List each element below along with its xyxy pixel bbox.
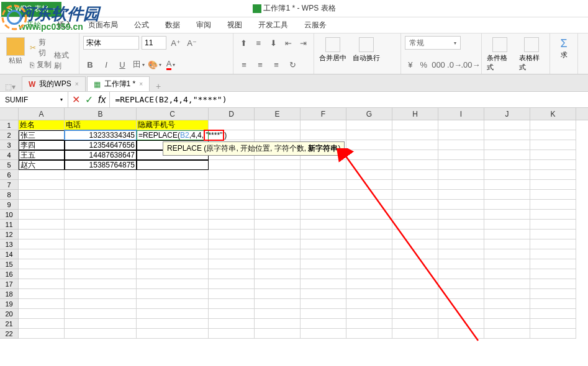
cell-E15[interactable] bbox=[255, 259, 301, 269]
cell-I1[interactable] bbox=[438, 120, 484, 130]
cell-F15[interactable] bbox=[301, 259, 346, 269]
cell-K17[interactable] bbox=[530, 279, 576, 289]
col-header-A[interactable]: A bbox=[19, 108, 65, 120]
formula-input[interactable]: =REPLACE(B2,4,4,"****") bbox=[110, 95, 588, 104]
italic-button[interactable]: I bbox=[99, 58, 113, 71]
col-header-C[interactable]: C bbox=[137, 108, 209, 120]
menu-devtools[interactable]: 开发工具 bbox=[258, 20, 288, 30]
cell-K9[interactable] bbox=[530, 200, 576, 210]
decrease-decimal-button[interactable]: .00→ bbox=[464, 58, 477, 71]
cell-C2-editing[interactable]: =REPLACE(B2,4,4,"****") bbox=[137, 130, 209, 140]
cell-H22[interactable] bbox=[392, 329, 438, 339]
cell-J8[interactable] bbox=[484, 190, 530, 200]
cell-F20[interactable] bbox=[301, 309, 346, 319]
cell-A9[interactable] bbox=[19, 200, 65, 210]
cell-C18[interactable] bbox=[137, 289, 209, 299]
merge-center-button[interactable]: 合并居中 bbox=[318, 36, 348, 64]
cell-I5[interactable] bbox=[438, 160, 484, 170]
cell-A20[interactable] bbox=[19, 309, 65, 319]
cell-G19[interactable] bbox=[346, 299, 392, 309]
cell-B13[interactable] bbox=[65, 239, 137, 249]
row-header-10[interactable]: 10 bbox=[0, 210, 19, 220]
cell-G11[interactable] bbox=[346, 220, 392, 230]
row-header-12[interactable]: 12 bbox=[0, 230, 19, 239]
cell-F7[interactable] bbox=[301, 180, 346, 190]
increase-font-button[interactable]: A⁺ bbox=[169, 36, 183, 50]
cell-E18[interactable] bbox=[255, 289, 301, 299]
cell-B6[interactable] bbox=[65, 170, 137, 180]
cell-J9[interactable] bbox=[484, 200, 530, 210]
cell-D10[interactable] bbox=[209, 210, 255, 220]
cell-J18[interactable] bbox=[484, 289, 530, 299]
cell-C21[interactable] bbox=[137, 319, 209, 329]
cell-G18[interactable] bbox=[346, 289, 392, 299]
cell-I10[interactable] bbox=[438, 210, 484, 220]
close-icon[interactable]: × bbox=[75, 81, 79, 87]
menu-review[interactable]: 审阅 bbox=[196, 20, 211, 30]
cell-B17[interactable] bbox=[65, 279, 137, 289]
row-header-19[interactable]: 19 bbox=[0, 299, 19, 309]
tab-workbook1[interactable]: ▦ 工作簿1 * × bbox=[87, 76, 150, 91]
cell-A17[interactable] bbox=[19, 279, 65, 289]
cell-C8[interactable] bbox=[137, 190, 209, 200]
cell-F13[interactable] bbox=[301, 239, 346, 249]
cell-C22[interactable] bbox=[137, 329, 209, 339]
cell-B2[interactable]: 13233334345 bbox=[65, 130, 137, 140]
cell-D21[interactable] bbox=[209, 319, 255, 329]
menu-insert[interactable]: 插入 bbox=[57, 20, 72, 30]
cell-D11[interactable] bbox=[209, 220, 255, 230]
align-top-button[interactable]: ⬆ bbox=[237, 36, 250, 50]
cell-J4[interactable] bbox=[484, 150, 530, 160]
cell-I13[interactable] bbox=[438, 239, 484, 249]
cell-H16[interactable] bbox=[392, 269, 438, 279]
cell-D9[interactable] bbox=[209, 200, 255, 210]
paste-button[interactable]: 粘贴 bbox=[4, 36, 27, 71]
align-right-button[interactable]: ≡ bbox=[269, 58, 283, 71]
cell-G16[interactable] bbox=[346, 269, 392, 279]
cell-D19[interactable] bbox=[209, 299, 255, 309]
col-header-J[interactable]: J bbox=[484, 108, 530, 120]
cell-I4[interactable] bbox=[438, 150, 484, 160]
cell-A22[interactable] bbox=[19, 329, 65, 339]
cell-D17[interactable] bbox=[209, 279, 255, 289]
cell-H9[interactable] bbox=[392, 200, 438, 210]
cell-A15[interactable] bbox=[19, 259, 65, 269]
cell-F6[interactable] bbox=[301, 170, 346, 180]
cell-J6[interactable] bbox=[484, 170, 530, 180]
cell-F22[interactable] bbox=[301, 329, 346, 339]
cell-J14[interactable] bbox=[484, 249, 530, 259]
cell-A7[interactable] bbox=[19, 180, 65, 190]
cell-H15[interactable] bbox=[392, 259, 438, 269]
cell-H8[interactable] bbox=[392, 190, 438, 200]
cell-D15[interactable] bbox=[209, 259, 255, 269]
cell-K10[interactable] bbox=[530, 210, 576, 220]
cell-H19[interactable] bbox=[392, 299, 438, 309]
percent-button[interactable]: % bbox=[418, 58, 430, 71]
border-button[interactable]: 田▾ bbox=[132, 58, 145, 71]
cell-F1[interactable] bbox=[301, 120, 346, 130]
cell-K5[interactable] bbox=[530, 160, 576, 170]
cell-K1[interactable] bbox=[530, 120, 576, 130]
cell-D20[interactable] bbox=[209, 309, 255, 319]
cell-H7[interactable] bbox=[392, 180, 438, 190]
cell-F10[interactable] bbox=[301, 210, 346, 220]
cell-B22[interactable] bbox=[65, 329, 137, 339]
cell-G8[interactable] bbox=[346, 190, 392, 200]
cell-D16[interactable] bbox=[209, 269, 255, 279]
cell-D8[interactable] bbox=[209, 190, 255, 200]
menu-view[interactable]: 视图 bbox=[227, 20, 242, 30]
cell-G21[interactable] bbox=[346, 319, 392, 329]
cell-D5[interactable] bbox=[209, 160, 255, 170]
cell-G7[interactable] bbox=[346, 180, 392, 190]
cell-H17[interactable] bbox=[392, 279, 438, 289]
cell-C19[interactable] bbox=[137, 299, 209, 309]
cell-C20[interactable] bbox=[137, 309, 209, 319]
cell-B3[interactable]: 12354647656 bbox=[65, 140, 137, 150]
cell-E1[interactable] bbox=[255, 120, 301, 130]
select-all-button[interactable] bbox=[0, 108, 19, 120]
cell-B1[interactable]: 电话 bbox=[65, 120, 137, 130]
cell-D22[interactable] bbox=[209, 329, 255, 339]
cell-J17[interactable] bbox=[484, 279, 530, 289]
cell-K11[interactable] bbox=[530, 220, 576, 230]
row-header-22[interactable]: 22 bbox=[0, 329, 19, 339]
